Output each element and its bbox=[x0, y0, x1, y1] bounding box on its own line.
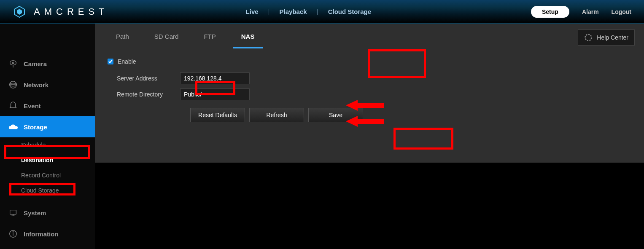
help-icon bbox=[584, 33, 593, 42]
server-address-row: Server Address bbox=[108, 72, 631, 84]
action-buttons: Reset Defaults Refresh Save bbox=[190, 108, 631, 122]
network-icon bbox=[8, 80, 18, 89]
refresh-button[interactable]: Refresh bbox=[249, 108, 304, 122]
alarm-link[interactable]: Alarm bbox=[582, 8, 599, 15]
nav-live[interactable]: Live bbox=[235, 8, 269, 15]
help-center-label: Help Center bbox=[597, 34, 628, 41]
remote-directory-label: Remote Directory bbox=[117, 91, 180, 98]
remote-directory-input[interactable] bbox=[180, 88, 250, 100]
system-icon bbox=[8, 208, 18, 217]
tab-nas[interactable]: NAS bbox=[241, 24, 255, 48]
sidebar: Camera Network Event Storage Schedule De… bbox=[0, 24, 95, 249]
bottom-blank bbox=[95, 163, 644, 249]
sidebar-label-information: Information bbox=[24, 230, 59, 238]
sidebar-label-network: Network bbox=[24, 81, 49, 88]
sidebar-subitem-record-control[interactable]: Record Control bbox=[0, 168, 95, 183]
sidebar-subitem-schedule[interactable]: Schedule bbox=[0, 137, 95, 153]
secondary-tabs: Path SD Card FTP NAS Help Center bbox=[95, 24, 644, 49]
sidebar-label-storage: Storage bbox=[24, 123, 47, 131]
tab-path[interactable]: Path bbox=[116, 24, 129, 48]
enable-checkbox[interactable] bbox=[108, 59, 113, 64]
sidebar-subitem-destination[interactable]: Destination bbox=[0, 153, 95, 168]
sidebar-item-network[interactable]: Network bbox=[0, 74, 95, 95]
setup-button[interactable]: Setup bbox=[531, 6, 569, 18]
remote-directory-row: Remote Directory bbox=[108, 88, 631, 100]
svg-point-3 bbox=[12, 62, 14, 64]
sidebar-subitem-cloud-storage[interactable]: Cloud Storage bbox=[0, 183, 95, 198]
camera-icon bbox=[8, 59, 18, 68]
svg-rect-8 bbox=[10, 210, 16, 214]
top-header: AMCREST Live Playback Cloud Storage Setu… bbox=[0, 0, 644, 24]
brand-logo: AMCREST bbox=[13, 5, 109, 19]
sidebar-item-system[interactable]: System bbox=[0, 202, 95, 223]
tab-ftp[interactable]: FTP bbox=[204, 24, 216, 48]
event-icon bbox=[8, 101, 18, 110]
sidebar-item-information[interactable]: Information bbox=[0, 223, 95, 244]
tab-sd-card[interactable]: SD Card bbox=[154, 24, 179, 48]
nav-playback[interactable]: Playback bbox=[269, 8, 318, 15]
save-button[interactable]: Save bbox=[308, 108, 363, 122]
nas-form: Enable Server Address Remote Directory R… bbox=[95, 49, 644, 131]
reset-defaults-button[interactable]: Reset Defaults bbox=[190, 108, 245, 122]
logout-link[interactable]: Logout bbox=[612, 8, 631, 15]
nav-cloud-storage[interactable]: Cloud Storage bbox=[318, 8, 382, 15]
enable-label: Enable bbox=[118, 58, 136, 65]
sidebar-item-event[interactable]: Event bbox=[0, 95, 95, 116]
information-icon bbox=[8, 229, 18, 238]
enable-row: Enable bbox=[108, 58, 631, 65]
server-address-input[interactable] bbox=[180, 72, 250, 84]
svg-marker-1 bbox=[17, 9, 22, 15]
sidebar-item-storage[interactable]: Storage bbox=[0, 116, 95, 137]
sidebar-label-camera: Camera bbox=[24, 60, 47, 67]
content-panel: Path SD Card FTP NAS Help Center Enable bbox=[95, 24, 644, 163]
brand-text: AMCREST bbox=[34, 6, 109, 17]
help-center-button[interactable]: Help Center bbox=[578, 29, 635, 46]
svg-point-13 bbox=[13, 232, 13, 232]
top-nav: Live Playback Cloud Storage bbox=[235, 8, 382, 15]
sidebar-label-event: Event bbox=[24, 102, 41, 110]
storage-icon bbox=[8, 122, 18, 131]
svg-point-2 bbox=[10, 61, 16, 65]
brand-icon bbox=[13, 5, 26, 19]
svg-point-14 bbox=[585, 35, 592, 41]
server-address-label: Server Address bbox=[117, 75, 180, 82]
top-right-links: Setup Alarm Logout bbox=[531, 6, 631, 18]
sidebar-label-system: System bbox=[24, 209, 46, 217]
sidebar-item-camera[interactable]: Camera bbox=[0, 53, 95, 74]
